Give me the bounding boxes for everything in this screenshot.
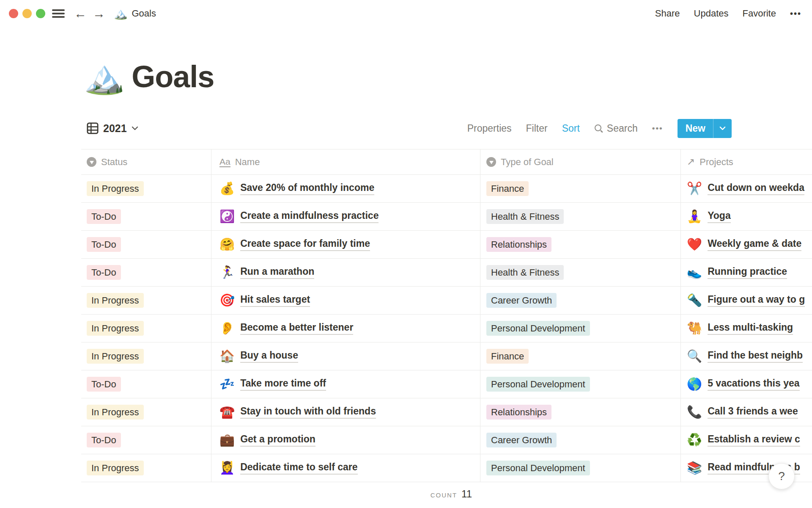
zoom-window-button[interactable] [36,9,45,18]
goal-page-link[interactable]: Hit sales target [240,294,310,307]
view-switcher[interactable]: 2021 [87,122,138,135]
project-page-link[interactable]: Cut down on weekda [708,182,804,195]
name-cell[interactable]: 💰Save 20% of monthly income [211,175,480,202]
project-page-link[interactable]: Yoga [708,210,731,223]
type-badge[interactable]: Personal Development [486,321,590,336]
favorite-button[interactable]: Favorite [743,8,776,19]
status-badge[interactable]: In Progress [87,349,144,364]
search-button[interactable]: Search [594,123,638,134]
telephone-icon: ☎️ [219,406,235,418]
help-button[interactable]: ? [768,463,795,489]
project-cell[interactable]: ❤️Weekly game & date [681,231,812,258]
name-cell[interactable]: 💆‍♀️Dedicate time to self care [211,454,480,482]
goals-table: Status Aa Name Type of Goal ↗ Projects I… [81,149,812,482]
close-window-button[interactable] [9,9,18,18]
project-page-link[interactable]: Less multi-tasking [708,322,793,335]
goal-page-link[interactable]: Buy a house [240,350,298,363]
minimize-window-button[interactable] [22,9,32,18]
project-page-link[interactable]: Running practice [708,266,787,279]
type-badge[interactable]: Health & Fitness [486,209,564,224]
page-icon-mountain[interactable]: 🏔️ [84,60,125,93]
breadcrumb[interactable]: 🏔️ Goals [114,8,156,19]
type-badge[interactable]: Relationships [486,237,551,252]
properties-button[interactable]: Properties [467,123,512,134]
goal-page-link[interactable]: Get a promotion [240,433,315,447]
name-cell[interactable]: 👂Become a better listener [211,315,480,342]
type-badge[interactable]: Finance [486,349,529,364]
page-title[interactable]: Goals [132,61,214,93]
sidebar-menu-icon[interactable] [52,8,65,19]
sort-button[interactable]: Sort [562,123,580,134]
table-view-icon [87,122,99,134]
column-header-type-of-goal[interactable]: Type of Goal [480,149,681,174]
goal-page-link[interactable]: Save 20% of monthly income [240,182,374,195]
new-button-label[interactable]: New [678,119,713,138]
type-badge[interactable]: Career Growth [486,293,557,308]
project-page-link[interactable]: Find the best neighb [708,350,803,363]
select-property-icon [87,157,96,167]
project-cell[interactable]: 🔍Find the best neighb [681,342,812,370]
name-cell[interactable]: ☎️Stay in touch with old friends [211,398,480,426]
project-cell[interactable]: 🐫Less multi-tasking [681,315,812,342]
recycle-icon: ♻️ [687,434,702,446]
status-badge[interactable]: To-Do [87,209,121,224]
status-badge[interactable]: In Progress [87,461,144,476]
type-badge[interactable]: Career Growth [486,433,557,448]
name-cell[interactable]: 🏃‍♀️Run a marathon [211,259,480,286]
goal-page-link[interactable]: Stay in touch with old friends [240,406,376,419]
status-badge[interactable]: In Progress [87,405,144,420]
project-page-link[interactable]: 5 vacations this yea [708,378,799,391]
status-badge[interactable]: To-Do [87,237,121,252]
column-header-name[interactable]: Aa Name [211,149,480,174]
name-cell[interactable]: 🏠Buy a house [211,342,480,370]
type-badge[interactable]: Relationships [486,405,551,420]
name-cell[interactable]: ☯️Create a mindfulness practice [211,203,480,230]
status-badge[interactable]: In Progress [87,321,144,336]
back-arrow-icon[interactable]: ← [72,7,88,20]
type-badge[interactable]: Personal Development [486,377,590,392]
type-badge[interactable]: Finance [486,181,529,196]
status-badge[interactable]: To-Do [87,377,121,392]
updates-button[interactable]: Updates [694,8,729,19]
project-cell[interactable]: 🔦Figure out a way to g [681,287,812,314]
filter-button[interactable]: Filter [526,123,548,134]
project-cell[interactable]: ♻️Establish a review c [681,426,812,454]
count-label: COUNT [431,491,457,499]
name-cell[interactable]: 💤Take more time off [211,370,480,398]
name-cell[interactable]: 🤗Create space for family time [211,231,480,258]
goal-page-link[interactable]: Dedicate time to self care [240,461,357,475]
table-row: In Progress 🏠Buy a house Finance 🔍Find t… [81,342,812,370]
new-dropdown-chevron-icon[interactable] [713,119,732,138]
name-cell[interactable]: 💼Get a promotion [211,426,480,454]
goal-page-link[interactable]: Take more time off [240,378,326,391]
status-badge[interactable]: In Progress [87,181,144,196]
goal-page-link[interactable]: Become a better listener [240,322,353,335]
status-badge[interactable]: To-Do [87,433,121,448]
type-badge[interactable]: Health & Fitness [486,265,564,280]
project-cell[interactable]: ✂️Cut down on weekda [681,175,812,202]
name-cell[interactable]: 🎯Hit sales target [211,287,480,314]
project-page-link[interactable]: Call 3 friends a wee [708,406,798,419]
project-cell[interactable]: 📞Call 3 friends a wee [681,398,812,426]
project-page-link[interactable]: Establish a review c [708,433,800,447]
more-options-icon[interactable]: ••• [790,9,801,19]
column-header-status[interactable]: Status [81,149,211,174]
project-page-link[interactable]: Figure out a way to g [708,294,805,307]
new-button[interactable]: New [678,119,732,138]
goal-page-link[interactable]: Create space for family time [240,238,370,251]
books-icon: 📚 [687,462,702,474]
share-button[interactable]: Share [655,8,680,19]
goal-page-link[interactable]: Create a mindfulness practice [240,210,379,223]
project-page-link[interactable]: Weekly game & date [708,238,801,251]
goal-page-link[interactable]: Run a marathon [240,266,314,279]
status-badge[interactable]: To-Do [87,265,121,280]
toolbar-more-icon[interactable]: ••• [652,124,663,133]
forward-arrow-icon[interactable]: → [91,7,107,20]
column-header-projects[interactable]: ↗ Projects [681,149,812,174]
project-cell[interactable]: 🧘‍♀️Yoga [681,203,812,230]
project-cell[interactable]: 👟Running practice [681,259,812,286]
project-cell[interactable]: 🌎5 vacations this yea [681,370,812,398]
status-badge[interactable]: In Progress [87,293,144,308]
type-badge[interactable]: Personal Development [486,461,590,476]
house-icon: 🏠 [219,350,235,362]
